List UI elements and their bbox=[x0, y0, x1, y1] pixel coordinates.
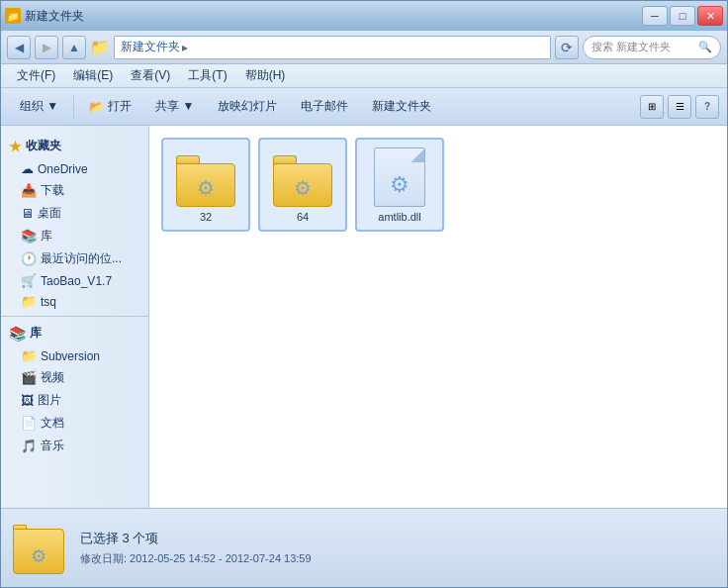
sidebar-item-pictures[interactable]: 🖼 图片 bbox=[1, 389, 148, 412]
file-label-64: 64 bbox=[297, 211, 309, 224]
menu-file[interactable]: 文件(F) bbox=[9, 65, 63, 86]
view-toggle-button[interactable]: ⊞ bbox=[640, 95, 664, 119]
folder-icon-64: ⚙ bbox=[273, 155, 332, 207]
cloud-icon: ☁ bbox=[21, 161, 34, 176]
sidebar: ★ 收藏夹 ☁ OneDrive 📥 下载 🖥 桌面 📚 库 🕐 最近访问 bbox=[1, 126, 149, 508]
library-section[interactable]: 📚 库 bbox=[1, 321, 148, 345]
desktop-icon: 🖥 bbox=[21, 206, 34, 221]
organize-button[interactable]: 组织 ▼ bbox=[9, 92, 69, 122]
file-item-64[interactable]: ⚙ 64 bbox=[258, 138, 347, 232]
star-icon: ★ bbox=[9, 139, 22, 154]
sidebar-item-subversion[interactable]: 📁 Subversion bbox=[1, 345, 148, 366]
toolbar-separator-1 bbox=[73, 95, 74, 119]
status-date-range: 修改日期: 2012-05-25 14:52 - 2012-07-24 13:5… bbox=[80, 551, 312, 566]
dll-gear-icon: ⚙ bbox=[390, 172, 410, 198]
sidebar-item-video[interactable]: 🎬 视频 bbox=[1, 366, 148, 389]
search-box[interactable]: 搜索 新建文件夹 🔍 bbox=[583, 36, 721, 59]
status-info: 已选择 3 个项 修改日期: 2012-05-25 14:52 - 2012-0… bbox=[80, 530, 312, 566]
share-button[interactable]: 共享 ▼ bbox=[144, 92, 205, 122]
pictures-icon: 🖼 bbox=[21, 393, 34, 408]
address-bar: ◀ ▶ ▲ 📁 新建文件夹 ▸ ⟳ 搜索 新建文件夹 🔍 bbox=[1, 31, 727, 64]
search-placeholder: 搜索 新建文件夹 bbox=[592, 40, 671, 54]
music-icon: 🎵 bbox=[21, 439, 37, 453]
folder-body: ⚙ bbox=[176, 163, 235, 207]
dll-paper: ⚙ bbox=[374, 147, 425, 207]
sidebar-item-desktop[interactable]: 🖥 桌面 bbox=[1, 202, 148, 225]
subversion-icon: 📁 bbox=[21, 348, 37, 363]
file-item-32[interactable]: ⚙ 32 bbox=[161, 138, 250, 232]
close-button[interactable]: ✕ bbox=[697, 6, 723, 26]
file-item-dll[interactable]: ⚙ amtlib.dll bbox=[355, 138, 444, 232]
dll-icon: ⚙ bbox=[374, 147, 425, 207]
sidebar-divider bbox=[1, 316, 148, 317]
sidebar-item-taobao[interactable]: 🛒 TaoBao_V1.7 bbox=[1, 270, 148, 291]
favorites-section[interactable]: ★ 收藏夹 bbox=[1, 134, 148, 158]
back-button[interactable]: ◀ bbox=[7, 36, 31, 59]
view-details-button[interactable]: ☰ bbox=[668, 95, 691, 119]
status-selected-count: 已选择 3 个项 bbox=[80, 530, 312, 547]
folder-icon: 📁 bbox=[21, 294, 37, 309]
taobao-icon: 🛒 bbox=[21, 273, 37, 288]
gear-icon-64: ⚙ bbox=[294, 176, 312, 200]
open-button[interactable]: 📂 打开 bbox=[78, 92, 142, 122]
title-bar-left: 📁 新建文件夹 bbox=[5, 8, 84, 25]
status-bar: ⚙ 已选择 3 个项 修改日期: 2012-05-25 14:52 - 2012… bbox=[1, 508, 727, 587]
status-gear-icon: ⚙ bbox=[31, 545, 46, 567]
file-area[interactable]: ⚙ 32 ⚙ 64 ⚙ bbox=[149, 126, 727, 508]
download-icon: 📥 bbox=[21, 183, 37, 198]
sidebar-item-library[interactable]: 📚 库 bbox=[1, 225, 148, 247]
email-button[interactable]: 电子邮件 bbox=[290, 92, 359, 122]
file-label-32: 32 bbox=[200, 211, 212, 224]
gear-icon: ⚙ bbox=[197, 176, 215, 200]
minimize-button[interactable]: ─ bbox=[642, 6, 668, 26]
video-icon: 🎬 bbox=[21, 370, 37, 385]
menu-help[interactable]: 帮助(H) bbox=[237, 65, 294, 86]
search-icon: 🔍 bbox=[698, 41, 712, 53]
slideshow-button[interactable]: 放映幻灯片 bbox=[207, 92, 288, 122]
library-section-icon: 📚 bbox=[9, 326, 26, 342]
maximize-button[interactable]: □ bbox=[670, 6, 695, 26]
sidebar-item-onedrive[interactable]: ☁ OneDrive bbox=[1, 158, 148, 179]
recent-icon: 🕐 bbox=[21, 251, 37, 266]
sidebar-item-documents[interactable]: 📄 文档 bbox=[1, 412, 148, 435]
menu-view[interactable]: 查看(V) bbox=[123, 65, 178, 86]
window-icon: 📁 bbox=[5, 8, 21, 24]
menu-bar: 文件(F) 编辑(E) 查看(V) 工具(T) 帮助(H) bbox=[1, 64, 727, 88]
help-button[interactable]: ? bbox=[695, 95, 719, 119]
breadcrumb-separator: ▸ bbox=[182, 41, 188, 54]
library-title: 库 bbox=[30, 325, 42, 342]
toolbar: 组织 ▼ 📂 打开 共享 ▼ 放映幻灯片 电子邮件 新建文件夹 ⊞ ☰ ? bbox=[1, 88, 727, 126]
breadcrumb-item: 新建文件夹 bbox=[121, 39, 180, 55]
file-label-dll: amtlib.dll bbox=[378, 211, 420, 224]
new-folder-button[interactable]: 新建文件夹 bbox=[361, 92, 442, 122]
sidebar-item-tsq[interactable]: 📁 tsq bbox=[1, 291, 148, 312]
toolbar-right: ⊞ ☰ ? bbox=[640, 95, 719, 119]
title-bar: 📁 新建文件夹 ─ □ ✕ bbox=[1, 1, 727, 31]
forward-button[interactable]: ▶ bbox=[35, 36, 58, 59]
status-preview-icon: ⚙ bbox=[13, 519, 68, 578]
sidebar-item-music[interactable]: 🎵 音乐 bbox=[1, 435, 148, 457]
folder-icon-32: ⚙ bbox=[176, 155, 235, 207]
refresh-button[interactable]: ⟳ bbox=[555, 36, 579, 59]
menu-edit[interactable]: 编辑(E) bbox=[65, 65, 121, 86]
up-button[interactable]: ▲ bbox=[62, 36, 86, 59]
explorer-window: 📁 新建文件夹 ─ □ ✕ ◀ ▶ ▲ 📁 新建文件夹 ▸ ⟳ 搜索 新建文件夹… bbox=[0, 0, 728, 588]
favorites-title: 收藏夹 bbox=[26, 138, 61, 154]
library-icon: 📚 bbox=[21, 229, 37, 244]
path-folder-icon: 📁 bbox=[90, 38, 110, 56]
sidebar-item-downloads[interactable]: 📥 下载 bbox=[1, 179, 148, 202]
address-path[interactable]: 新建文件夹 ▸ bbox=[114, 36, 551, 59]
menu-tools[interactable]: 工具(T) bbox=[180, 65, 234, 86]
title-bar-controls: ─ □ ✕ bbox=[642, 6, 723, 26]
folder-body-64: ⚙ bbox=[273, 163, 332, 207]
content-area: ★ 收藏夹 ☁ OneDrive 📥 下载 🖥 桌面 📚 库 🕐 最近访问 bbox=[1, 126, 727, 508]
sidebar-item-recent[interactable]: 🕐 最近访问的位... bbox=[1, 247, 148, 270]
documents-icon: 📄 bbox=[21, 416, 37, 431]
window-title: 新建文件夹 bbox=[25, 8, 84, 25]
open-icon: 📂 bbox=[89, 100, 104, 114]
